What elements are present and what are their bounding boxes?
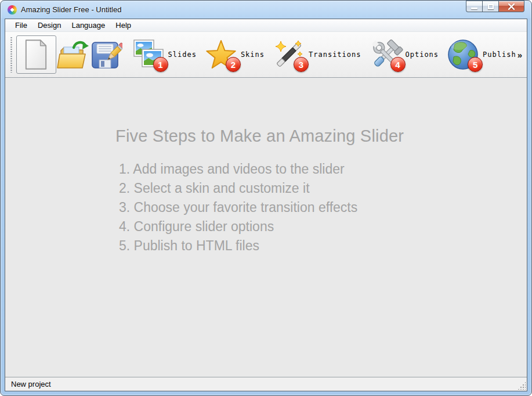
step-line-4: 4. Configure slider options	[119, 217, 515, 236]
skins-step-button[interactable]: 2 Skins	[205, 39, 265, 70]
step-badge-2: 2	[226, 57, 241, 72]
publish-step-button[interactable]: 5 Publish	[447, 39, 516, 70]
slides-step-button[interactable]: 1 Slides	[133, 39, 197, 70]
menu-file[interactable]: File	[10, 19, 32, 31]
toolbar: 1 Slides 2 Skins	[5, 32, 527, 78]
menu-language[interactable]: Language	[66, 19, 110, 31]
photo-stack-icon: 1	[133, 39, 164, 70]
star-icon: 2	[205, 39, 237, 70]
steps-list: 1. Add images and videos to the slider 2…	[115, 160, 515, 255]
blank-page-icon	[24, 39, 48, 70]
step-badge-5: 5	[468, 57, 483, 72]
open-folder-arrow-icon	[56, 39, 90, 70]
app-window: Amazing Slider Free - Untitled File Desi…	[0, 0, 532, 396]
maximize-button[interactable]	[482, 1, 499, 12]
main-content: Five Steps to Make an Amazing Slider 1. …	[5, 78, 527, 377]
title-bar[interactable]: Amazing Slider Free - Untitled	[1, 1, 531, 19]
step-line-3: 3. Choose your favorite transition effec…	[119, 198, 515, 217]
toolbar-overflow-chevron-icon[interactable]: »	[516, 50, 523, 60]
step-line-2: 2. Select a skin and customize it	[119, 179, 515, 198]
minimize-button[interactable]	[466, 1, 483, 12]
transitions-step-button[interactable]: 3 Transitions	[273, 39, 361, 70]
options-step-button[interactable]: 4 Options	[370, 39, 439, 70]
client-area: File Design Language Help	[5, 19, 527, 391]
status-bar: New project	[5, 377, 527, 391]
step-line-5: 5. Publish to HTML files	[119, 236, 515, 255]
menu-design[interactable]: Design	[32, 19, 66, 31]
wrench-hammer-icon: 4	[370, 39, 401, 70]
page-title: Five Steps to Make an Amazing Slider	[115, 127, 515, 146]
toolbar-grip-handle[interactable]	[10, 37, 12, 73]
floppy-disk-pencil-icon	[91, 39, 122, 70]
open-project-button[interactable]	[56, 35, 90, 74]
skins-label: Skins	[241, 51, 265, 59]
status-text: New project	[11, 380, 51, 388]
menu-bar: File Design Language Help	[5, 19, 527, 32]
slides-label: Slides	[168, 51, 197, 59]
step-badge-4: 4	[390, 57, 406, 72]
step-badge-3: 3	[294, 57, 309, 72]
minimize-icon	[471, 8, 477, 9]
magic-wand-icon: 3	[273, 39, 305, 70]
close-icon	[508, 3, 515, 10]
save-project-button[interactable]	[90, 35, 124, 74]
menu-help[interactable]: Help	[110, 19, 136, 31]
step-badge-1: 1	[153, 57, 168, 72]
step-line-1: 1. Add images and videos to the slider	[119, 160, 515, 179]
resize-grip-handle[interactable]	[517, 381, 526, 390]
window-controls	[466, 1, 524, 12]
window-title: Amazing Slider Free - Untitled	[21, 5, 121, 14]
publish-label: Publish	[483, 51, 516, 59]
globe-icon: 5	[447, 39, 479, 70]
new-project-button[interactable]	[16, 35, 56, 74]
app-pinwheel-icon[interactable]	[8, 5, 17, 15]
transitions-label: Transitions	[309, 51, 361, 59]
maximize-icon	[488, 4, 494, 9]
close-button[interactable]	[498, 1, 524, 12]
options-label: Options	[406, 51, 439, 59]
